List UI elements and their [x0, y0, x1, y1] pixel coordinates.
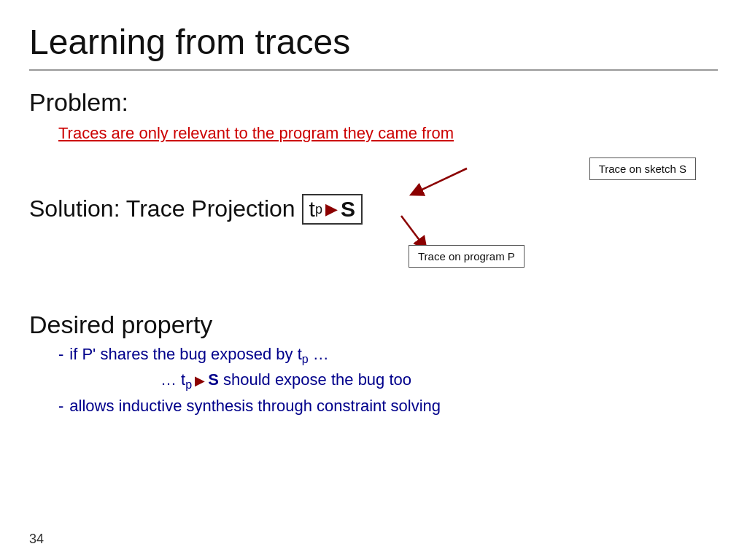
desired-item-2: - allows inductive synthesis through con… [58, 397, 718, 416]
page-number: 34 [29, 532, 44, 547]
tp-subscript: p [315, 202, 322, 217]
title-divider [29, 69, 718, 71]
svg-line-0 [416, 168, 467, 192]
desired-item-1: - if P' shares the bug exposed by tp … [58, 345, 718, 366]
solution-label: Solution: Trace Projection [29, 195, 302, 222]
trace-arrow: ▶ [325, 200, 338, 219]
desired-item2-text: allows inductive synthesis through const… [69, 397, 441, 416]
slide: Learning from traces Problem: Traces are… [0, 0, 747, 560]
middle-line: … tp▶S should expose the bug too [160, 370, 718, 392]
program-callout: Trace on program P [409, 245, 525, 268]
desired-label: Desired property [29, 311, 718, 339]
solution-line: Solution: Trace Projection tp ▶ S [29, 194, 363, 225]
problem-section: Problem: Traces are only relevant to the… [29, 88, 718, 143]
desired-section: Desired property - if P' shares the bug … [29, 311, 718, 416]
dash-2: - [58, 397, 63, 416]
slide-title: Learning from traces [29, 22, 718, 62]
sketch-s: S [341, 197, 355, 222]
problem-label: Problem: [29, 88, 718, 117]
tp-box: tp ▶ S [302, 194, 363, 225]
sketch-callout: Trace on sketch S [589, 158, 696, 180]
problem-red-text: Traces are only relevant to the program … [58, 124, 718, 143]
tp-t: t [309, 197, 315, 222]
diagram-area: Solution: Trace Projection tp ▶ S Trace … [29, 158, 718, 303]
desired-item1-text: if P' shares the bug exposed by tp … [69, 345, 329, 366]
svg-line-1 [401, 216, 423, 245]
dash-1: - [58, 345, 63, 364]
